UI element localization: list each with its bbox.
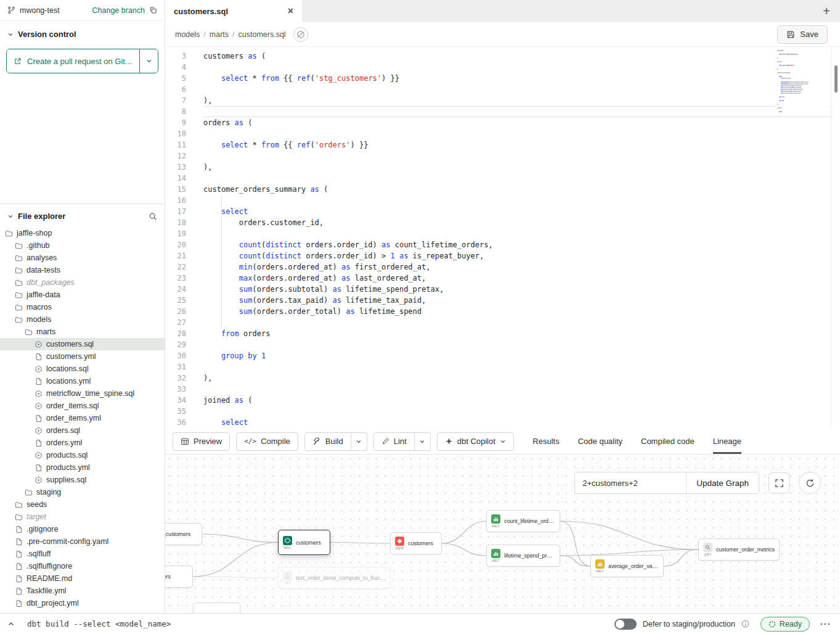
tree-item-.gitignore[interactable]: .gitignore	[0, 523, 165, 535]
file-explorer-header[interactable]: File explorer	[0, 204, 165, 226]
tree-item-orders.sql[interactable]: orders.sql	[0, 424, 165, 437]
code-editor[interactable]: 3customers as (45 select * from {{ ref('…	[165, 47, 840, 429]
fullscreen-button[interactable]	[769, 472, 789, 493]
file-icon	[15, 562, 23, 570]
info-icon[interactable]	[741, 620, 749, 628]
file-icon	[35, 414, 43, 422]
lineage-node-test_node[interactable]: TSTtest_order_items_compute_to_bools...	[278, 567, 390, 589]
lineage-node-lifetime_spend_pretax[interactable]: METlifetime_spend_pretax	[486, 545, 560, 567]
change-branch-link[interactable]: Change branch	[92, 6, 145, 15]
tab-close-icon[interactable]: ×	[288, 6, 293, 16]
tree-item-Taskfile.yml[interactable]: Taskfile.yml	[0, 585, 165, 597]
lineage-node-partial_node[interactable]	[193, 603, 240, 613]
lineage-node-customers_sem[interactable]: SEMcustomers	[390, 532, 442, 554]
tree-item-.github[interactable]: .github	[0, 239, 165, 252]
tree-item-seeds[interactable]: seeds	[0, 498, 165, 511]
folder-icon	[5, 229, 13, 237]
tree-item-orders.yml[interactable]: orders.yml	[0, 437, 165, 449]
tree-item-jaffle-data[interactable]: jaffle-data	[0, 289, 165, 301]
save-icon	[786, 30, 795, 39]
file-icon	[15, 525, 23, 533]
dbt-copilot-label: dbt Copilot	[457, 437, 495, 446]
lineage-selector-input[interactable]	[575, 472, 686, 493]
version-control-header[interactable]: Version control	[0, 21, 165, 45]
folder-icon	[15, 254, 23, 262]
lineage-node-customers[interactable]: MDLcustomers	[278, 530, 330, 555]
tree-item-marts[interactable]: marts	[0, 326, 165, 338]
tab-lineage[interactable]: Lineage	[713, 429, 741, 454]
branch-row: mwong-test Change branch	[0, 0, 165, 21]
tab-customers-sql[interactable]: customers.sql ×	[165, 0, 302, 22]
collapse-console-button[interactable]	[5, 618, 17, 630]
lineage-panel[interactable]: MDLstg_customersMDLordersMDLcustomersSEM…	[165, 455, 840, 613]
defer-toggle[interactable]	[614, 619, 637, 630]
tree-item-metricflow_time_spine.sql[interactable]: metricflow_time_spine.sql	[0, 387, 165, 400]
workspace: mwong-test Change branch Version control	[0, 0, 840, 613]
tab-code-quality[interactable]: Code quality	[578, 429, 622, 454]
tree-item-supplies.sql[interactable]: supplies.sql	[0, 474, 165, 486]
scrollbar-thumb[interactable]	[834, 65, 838, 93]
update-graph-button[interactable]: Update Graph	[686, 472, 759, 493]
tree-item-data-tests[interactable]: data-tests	[0, 264, 165, 276]
breadcrumb-models[interactable]: models	[175, 30, 200, 39]
editor-toolbar: Preview </> Compile Build	[165, 429, 840, 455]
preview-button[interactable]: Preview	[173, 432, 230, 451]
lineage-node-count_lifetime_orders[interactable]: METcount_lifetime_orders	[486, 510, 560, 532]
tree-item-macros[interactable]: macros	[0, 301, 165, 313]
tree-item-products.yml[interactable]: products.yml	[0, 461, 165, 474]
node-label: stg_customers	[165, 531, 190, 537]
editor-scrollbar[interactable]	[831, 47, 840, 429]
node-type-icon: MET	[491, 514, 500, 528]
tree-item-locations.sql[interactable]: locations.sql	[0, 363, 165, 375]
build-dropdown-button[interactable]	[351, 432, 367, 451]
pull-request-button-group: Create a pull request on Git...	[6, 49, 158, 73]
tab-results[interactable]: Results	[532, 429, 559, 454]
search-icon[interactable]	[149, 212, 157, 221]
tree-item-jaffle-shop[interactable]: jaffle-shop	[0, 227, 165, 239]
lint-dropdown-button[interactable]	[415, 432, 431, 451]
tree-item-.sqlfluff[interactable]: .sqlfluff	[0, 548, 165, 560]
copy-branch-icon[interactable]	[149, 6, 157, 14]
more-options-button[interactable]: ⋯	[820, 617, 831, 630]
file-explorer-section: File explorer jaffle-shop.githubanalyses…	[0, 204, 165, 613]
code-line-14: 14	[165, 173, 840, 184]
create-pull-request-button[interactable]: Create a pull request on Git...	[7, 49, 139, 73]
tree-item-models[interactable]: models	[0, 313, 165, 326]
breadcrumb-file[interactable]: customers.sql	[239, 30, 286, 39]
save-button[interactable]: Save	[777, 25, 828, 44]
tree-item-order_items.yml[interactable]: order_items.yml	[0, 412, 165, 424]
tree-item-target[interactable]: target	[0, 511, 165, 523]
copilot-disabled-icon[interactable]	[293, 27, 308, 42]
tree-item-analyses[interactable]: analyses	[0, 252, 165, 264]
lint-button[interactable]: Lint	[373, 432, 415, 451]
tree-item-staging[interactable]: staging	[0, 486, 165, 498]
tree-item-README.md[interactable]: README.md	[0, 572, 165, 585]
refresh-graph-button[interactable]	[799, 472, 821, 494]
code-line-24: 24 sum(orders.subtotal) as lifetime_spen…	[165, 284, 840, 295]
new-tab-button[interactable]: +	[823, 4, 830, 19]
tab-compiled-code[interactable]: Compiled code	[641, 429, 695, 454]
tree-item-.pre-commit-config.yaml[interactable]: .pre-commit-config.yaml	[0, 535, 165, 548]
chevron-down-icon	[7, 31, 14, 38]
tree-item-customers.sql[interactable]: customers.sql	[0, 338, 165, 350]
build-button[interactable]: Build	[304, 432, 351, 451]
tree-item-.sqlfluffignore[interactable]: .sqlfluffignore	[0, 560, 165, 572]
node-type-icon: TST	[283, 571, 292, 585]
tree-item-customers.yml[interactable]: customers.yml	[0, 350, 165, 363]
lineage-node-stg_customers[interactable]: MDLstg_customers	[165, 523, 202, 545]
tree-item-products.sql[interactable]: products.sql	[0, 449, 165, 461]
code-line-7: 7),	[165, 95, 840, 106]
compile-button[interactable]: </> Compile	[236, 432, 298, 451]
lineage-node-average_order_value[interactable]: METaverage_order_value	[590, 555, 664, 577]
lineage-node-customer_order_metrics[interactable]: QRYcustomer_order_metrics	[698, 538, 780, 561]
dbt-copilot-button[interactable]: dbt Copilot	[437, 432, 514, 451]
lineage-node-orders[interactable]: MDLorders	[165, 566, 193, 588]
tree-item-locations.yml[interactable]: locations.yml	[0, 375, 165, 387]
tree-item-dbt_packages[interactable]: dbt_packages	[0, 276, 165, 289]
tree-item-dbt_project.yml[interactable]: dbt_project.yml	[0, 597, 165, 609]
pull-request-dropdown-button[interactable]	[139, 49, 158, 73]
editor-minimap[interactable]	[776, 48, 829, 115]
model-file-icon	[35, 390, 43, 398]
tree-item-order_items.sql[interactable]: order_items.sql	[0, 400, 165, 412]
breadcrumb-marts[interactable]: marts	[210, 30, 229, 39]
